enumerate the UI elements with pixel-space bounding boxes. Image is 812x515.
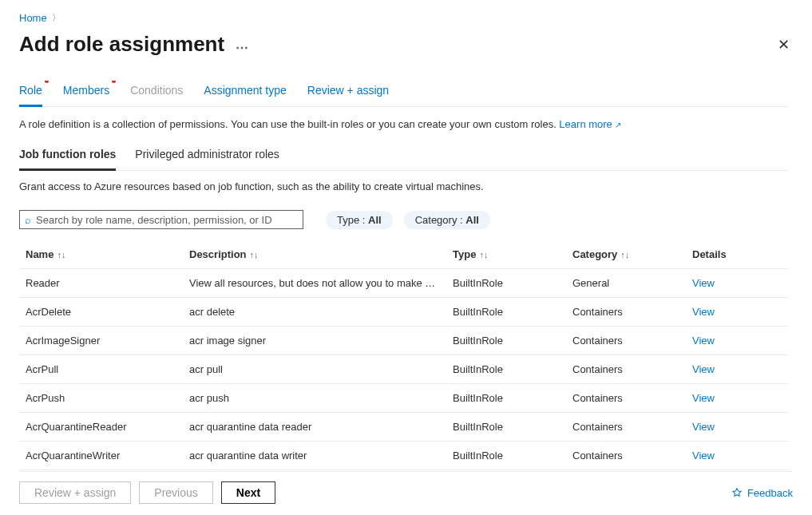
view-link[interactable]: View xyxy=(692,277,715,289)
sort-icon: ↑↓ xyxy=(250,250,259,259)
cell-type: BuiltInRole xyxy=(446,442,566,470)
cell-category: Containers xyxy=(566,298,686,327)
chevron-right-icon: 〉 xyxy=(52,12,61,24)
tab-conditions[interactable]: Conditions xyxy=(130,81,183,106)
cell-category: Containers xyxy=(566,355,686,384)
previous-button[interactable]: Previous xyxy=(139,481,212,504)
close-icon[interactable]: ✕ xyxy=(774,33,793,57)
cell-name: AcrDelete xyxy=(19,298,183,327)
cell-category: Containers xyxy=(566,327,686,355)
subtab-description: Grant access to Azure resources based on… xyxy=(19,180,788,192)
cell-name: AcrPull xyxy=(19,355,183,384)
view-link[interactable]: View xyxy=(692,363,715,375)
table-row[interactable]: AcrQuarantineWriteracr quarantine data w… xyxy=(19,442,788,470)
view-link[interactable]: View xyxy=(692,306,715,318)
col-description-header[interactable]: Description↑↓ xyxy=(183,244,446,269)
cell-category: General xyxy=(566,269,686,298)
cell-name: AcrQuarantineWriter xyxy=(19,442,183,470)
sort-icon: ↑↓ xyxy=(479,250,488,259)
filter-type[interactable]: Type : All xyxy=(326,211,393,229)
cell-category: Containers xyxy=(566,384,686,413)
filter-category[interactable]: Category : All xyxy=(404,211,490,229)
view-link[interactable]: View xyxy=(692,450,715,462)
table-row[interactable]: AcrQuarantineReaderacr quarantine data r… xyxy=(19,413,788,442)
subtab-job-function[interactable]: Job function roles xyxy=(19,145,116,171)
breadcrumb-home[interactable]: Home xyxy=(19,12,47,24)
tab-members[interactable]: Members xyxy=(63,81,109,106)
cell-description: View all resources, but does not allow y… xyxy=(183,269,446,298)
col-name-header[interactable]: Name↑↓ xyxy=(19,244,183,269)
tab-role[interactable]: Role xyxy=(19,81,42,107)
next-button[interactable]: Next xyxy=(221,481,275,504)
view-link[interactable]: View xyxy=(692,335,715,347)
cell-description: acr quarantine data writer xyxy=(183,442,446,470)
cell-type: BuiltInRole xyxy=(446,298,566,327)
search-wrap: ⌕ xyxy=(19,210,303,229)
col-details-header: Details xyxy=(686,244,788,269)
cell-type: BuiltInRole xyxy=(446,355,566,384)
sort-icon: ↑↓ xyxy=(57,250,65,259)
table-row[interactable]: AcrPushacr pushBuiltInRoleContainersView xyxy=(19,384,788,413)
table-row[interactable]: AcrDeleteacr deleteBuiltInRoleContainers… xyxy=(19,298,788,327)
cell-type: BuiltInRole xyxy=(446,384,566,413)
breadcrumb: Home 〉 xyxy=(19,10,793,26)
tab-assignment-type[interactable]: Assignment type xyxy=(204,81,287,106)
more-actions-icon[interactable]: ⋯ xyxy=(236,40,250,55)
tab-review-assign[interactable]: Review + assign xyxy=(307,81,389,106)
cell-description: acr push xyxy=(183,384,446,413)
page-title: Add role assignment ⋯ xyxy=(19,32,250,57)
cell-type: BuiltInRole xyxy=(446,413,566,442)
search-input[interactable] xyxy=(36,214,298,226)
col-category-header[interactable]: Category↑↓ xyxy=(566,244,686,269)
cell-name: AcrPush xyxy=(19,384,183,413)
sort-icon: ↑↓ xyxy=(620,250,629,259)
table-row[interactable]: AcrImageSigneracr image signerBuiltInRol… xyxy=(19,327,788,355)
view-link[interactable]: View xyxy=(692,421,715,433)
cell-description: acr delete xyxy=(183,298,446,327)
subtabs: Job function roles Privileged administra… xyxy=(19,145,788,171)
cell-type: BuiltInRole xyxy=(446,327,566,355)
external-link-icon: ↗ xyxy=(615,121,621,129)
subtab-privileged-admin[interactable]: Privileged administrator roles xyxy=(135,145,279,170)
cell-description: acr pull xyxy=(183,355,446,384)
cell-category: Containers xyxy=(566,413,686,442)
cell-name: Reader xyxy=(19,269,183,298)
cell-type: BuiltInRole xyxy=(446,269,566,298)
learn-more-link[interactable]: Learn more ↗ xyxy=(559,118,621,130)
feedback-icon xyxy=(731,487,743,498)
intro-text: A role definition is a collection of per… xyxy=(19,118,788,130)
cell-name: AcrImageSigner xyxy=(19,327,183,355)
cell-description: acr image signer xyxy=(183,327,446,355)
search-icon: ⌕ xyxy=(25,214,31,226)
cell-name: AcrQuarantineReader xyxy=(19,413,183,442)
cell-category: Containers xyxy=(566,442,686,470)
table-row[interactable]: AcrPullacr pullBuiltInRoleContainersView xyxy=(19,355,788,384)
feedback-link[interactable]: Feedback xyxy=(731,487,793,499)
cell-description: acr quarantine data reader xyxy=(183,413,446,442)
roles-table: Name↑↓ Description↑↓ Type↑↓ Category↑↓ D… xyxy=(19,244,788,470)
review-assign-button[interactable]: Review + assign xyxy=(19,481,131,504)
col-type-header[interactable]: Type↑↓ xyxy=(446,244,566,269)
table-row[interactable]: ReaderView all resources, but does not a… xyxy=(19,269,788,298)
view-link[interactable]: View xyxy=(692,392,715,404)
step-tabs: Role Members Conditions Assignment type … xyxy=(19,81,788,107)
